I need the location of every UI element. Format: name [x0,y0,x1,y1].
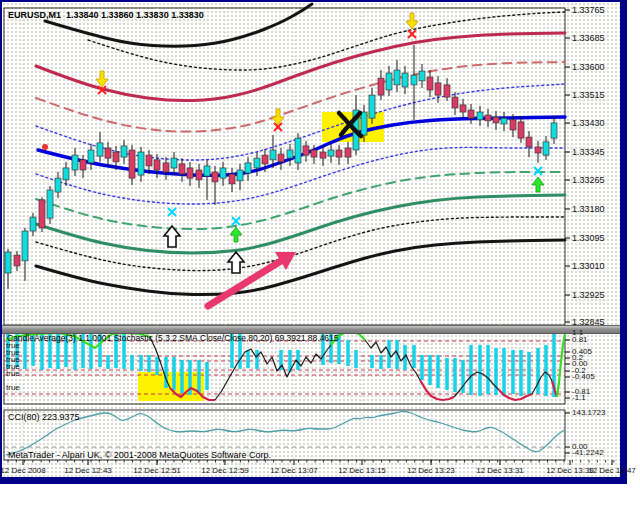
yellow-down-arrow-icon [96,71,108,87]
price-scale-label: 1.32925 [572,290,605,300]
window-frame-left [0,0,2,484]
candle-body [278,154,284,162]
candle-body [105,148,111,158]
candle-body [427,77,433,90]
candle-body [518,122,524,138]
candle-body [138,152,144,175]
candle-body [444,85,450,97]
time-axis-label: 12 Dec 2008 [0,466,57,475]
cci-scale-label: 143.1723 [572,408,605,417]
stoch-scale-label: -1.1 [572,393,586,402]
candle-body [551,123,557,138]
candle-body [146,155,152,166]
candle-body [254,158,260,168]
footer-credit: MetaTrader - Alpari UK, © 2001-2008 Meta… [8,450,271,460]
candle-body [468,110,474,118]
time-axis-label: 12 Dec 12:43 [54,466,122,475]
stoch-line-segment [454,372,499,397]
hollow-up-arrow-icon [164,226,180,247]
candle-body [63,168,69,180]
candle-body [378,78,384,95]
candle-body [311,150,317,157]
candle-body [287,150,293,158]
candle-body [113,152,119,162]
time-axis-label: 12 Dec 13:15 [328,466,396,475]
candle-body [196,170,202,180]
candle-body [510,120,516,130]
lower-green-longdash-band-line [36,172,565,229]
candle-body [303,146,309,155]
candle-body [229,174,235,184]
upper-crimson-thick-band-line [36,33,565,101]
candle-body [328,150,334,156]
highlight-box [138,372,204,401]
candle-body [47,190,53,218]
candle-body [220,168,226,178]
candle-body [419,71,425,81]
metatrader-chart-window: EURUSD,M1 1.33840 1.33860 1.33830 1.3383… [0,0,640,512]
stochastic-pane-title: CandleAverage(3) 1.1.0001 Stochastic (5,… [7,334,339,343]
price-scale-label: 1.33685 [572,33,605,43]
price-scale-label: 1.33010 [572,261,605,271]
stoch-scale-label: -0.405 [572,372,595,381]
candle-body [22,231,28,261]
time-axis-label: 12 Dec 13:07 [260,466,328,475]
candle-body [163,163,169,172]
lower-black-thick-band-line [36,240,565,295]
cci-scale-label: -41.2242 [572,448,604,457]
price-scale-label: 1.32845 [572,317,605,327]
price-scale-label: 1.33515 [572,90,605,100]
candle-body [361,112,367,135]
stoch-true-label: true [6,383,20,392]
price-scale-label: 1.33095 [572,233,605,243]
chart-canvas [0,0,640,512]
candle-body [320,152,326,158]
candle-body [179,164,185,174]
candle-body [270,150,276,160]
stoch-scale-label: 0.81 [572,335,588,344]
candle-body [394,70,400,85]
symbol-period-label: EURUSD,M1 [8,10,61,20]
window-frame-bottom [0,477,627,484]
candle-body [452,97,458,108]
candle-body [237,170,243,181]
candle-body [501,118,507,124]
candle-body [485,115,491,121]
candle-body [411,75,417,85]
candle-body [295,138,301,163]
candle-body [14,255,20,266]
stoch-line-segment [532,372,552,394]
candle-body [543,142,549,155]
candle-body [402,73,408,87]
time-axis-label: 12 Dec 12:59 [191,466,259,475]
candle-body [460,105,466,112]
stoch-true-label: true [6,369,20,378]
price-scale-label: 1.33265 [572,175,605,185]
candle-body [245,163,251,173]
price-scale-label: 1.33430 [572,118,605,128]
upper-black-dotted-band-line [88,12,565,70]
main-pane-border [4,8,565,325]
green-up-arrow-icon [532,177,544,192]
green-up-arrow-icon [230,227,242,242]
price-scale-label: 1.33180 [572,204,605,214]
time-axis-label: 12 Dec 13:23 [397,466,465,475]
candle-body [80,160,86,170]
candle-body [30,217,36,231]
candle-body [121,146,127,157]
pane-divider[interactable] [2,325,620,334]
candle-body [526,137,532,147]
candle-body [535,147,541,153]
candle-body [129,150,135,178]
candle-body [97,143,103,156]
candle-body [72,155,78,170]
time-axis-label: 12 Dec 13:47 [578,466,640,475]
lower-green-thick-band-line [36,195,565,253]
candle-body [187,168,193,178]
ohlc-quotes-label: 1.33840 1.33860 1.33830 1.33830 [66,10,204,20]
candle-body [493,117,499,123]
candle-body [435,83,441,95]
candle-body [212,172,218,182]
candle-body [39,200,45,228]
candle-body [262,155,268,164]
